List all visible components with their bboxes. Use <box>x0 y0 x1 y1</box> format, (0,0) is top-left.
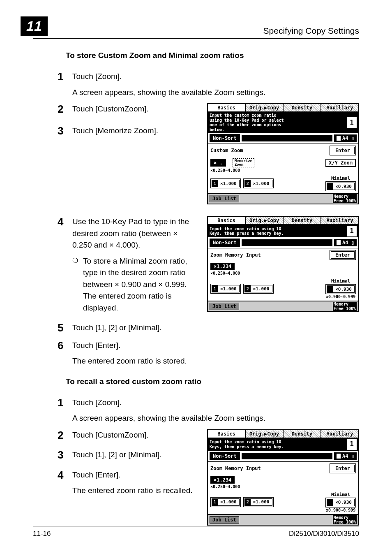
model-label: Di2510/Di3010/Di3510 <box>289 530 359 538</box>
tab-auxiliary[interactable]: Auxiliary <box>321 430 358 438</box>
tab-density[interactable]: Density <box>284 217 321 224</box>
page-header: 11 Specifying Copy Settings <box>33 16 359 39</box>
zoom-display: ×1.234 <box>210 476 235 484</box>
zoom-range-text: ×0.250∼4.000 <box>210 271 356 276</box>
non-sort-button[interactable]: Non-Sort <box>210 134 240 142</box>
paper-label: A4 ▯ <box>342 135 354 141</box>
copy-count: 1 <box>347 226 357 236</box>
minimal-label: Minimal <box>325 492 356 497</box>
zoom-memory-input-label: Zoom Memory Input <box>210 252 261 258</box>
tab-orig-copy[interactable]: Orig.▶Copy <box>246 430 284 438</box>
paper-indicator: A4 ▯ <box>334 452 357 460</box>
step-number: 3 <box>58 125 72 137</box>
non-sort-button[interactable]: Non-Sort <box>210 239 240 247</box>
section-b-heading: To recall a stored custom zoom ratio <box>66 377 359 386</box>
substep-text: To store a Minimal zoom ratio, type in t… <box>83 255 199 314</box>
message-text: Input the zoom ratio using 10 Keys, then… <box>210 227 345 236</box>
memory-1-button[interactable]: 1×1.000 <box>210 497 241 507</box>
screenshot-zoom-memory-recall: Basics Orig.▶Copy Density Auxiliary Inpu… <box>207 429 359 526</box>
step-number: 3 <box>58 449 72 461</box>
zoom-range-text: ×0.250∼4.000 <box>210 168 356 173</box>
paper-label: A4 ▯ <box>342 240 354 246</box>
tab-orig-copy[interactable]: Orig.▶Copy <box>246 217 284 224</box>
memory-free-indicator: Memory Free 100% <box>333 194 357 203</box>
enter-button[interactable]: Enter <box>330 146 356 155</box>
tab-density[interactable]: Density <box>284 430 321 438</box>
screenshot-zoom-memory-input: Basics Orig.▶Copy Density Auxiliary Inpu… <box>207 216 359 312</box>
strip-bar <box>242 135 332 141</box>
paper-label: A4 ▯ <box>342 453 354 459</box>
section-a-heading: To store Custom Zoom and Minimal zoom ra… <box>66 51 359 60</box>
step-desc: A screen appears, showing the available … <box>72 87 359 99</box>
step-desc: The entered zoom ratio is recalled. <box>72 485 199 497</box>
step-number: 4 <box>58 469 72 497</box>
step-text: Touch [1], [2] or [Minimal]. <box>72 449 199 461</box>
minimal-range-text: x0.900∼0.999 <box>325 294 356 299</box>
step-number: 2 <box>58 103 72 115</box>
minimal-range-text: x0.900∼0.999 <box>325 508 356 512</box>
minimal-button[interactable]: ×0.930 <box>325 498 356 507</box>
strip-bar <box>242 239 332 246</box>
zoom-display: ×1.234 <box>210 263 235 270</box>
step-desc: A screen appears, showing the available … <box>72 412 359 424</box>
paper-indicator: A4 ▯ <box>334 239 357 246</box>
step-number: 2 <box>58 429 72 441</box>
job-list-button[interactable]: Job List <box>210 516 239 524</box>
tab-basics[interactable]: Basics <box>208 430 246 438</box>
step-text: Touch [Enter]. <box>72 340 359 352</box>
minimal-button[interactable]: ×0.930 <box>325 181 356 191</box>
copy-count: 1 <box>347 117 357 128</box>
bullet-icon: ❍ <box>72 255 83 314</box>
page-footer: 11-16 Di2510/Di3010/Di3510 <box>33 526 359 538</box>
xy-zoom-button[interactable]: X/Y Zoom <box>325 159 356 167</box>
memory-1-button[interactable]: 1×1.000 <box>210 178 241 188</box>
tab-orig-copy[interactable]: Orig.▶Copy <box>246 104 284 111</box>
minimal-label: Minimal <box>325 176 356 181</box>
zoom-memory-input-label: Zoom Memory Input <box>210 466 261 471</box>
tab-basics[interactable]: Basics <box>208 217 246 224</box>
tab-auxiliary[interactable]: Auxiliary <box>321 217 358 224</box>
step-desc: The entered zoom ratio is stored. <box>72 355 359 367</box>
step-number: 4 <box>58 216 72 314</box>
screenshot-custom-zoom: Basics Orig.▶Copy Density Auxiliary Inpu… <box>207 103 359 204</box>
paper-icon <box>337 136 341 141</box>
minimal-button[interactable]: ×0.930 <box>325 284 356 294</box>
zoom-display: × . <box>210 159 226 167</box>
tab-density[interactable]: Density <box>284 104 321 111</box>
step-text: Touch [Zoom]. <box>72 71 359 83</box>
memory-free-indicator: Memory Free 100% <box>333 302 357 311</box>
header-title: Specifying Copy Settings <box>263 26 359 36</box>
enter-button[interactable]: Enter <box>330 250 356 260</box>
job-list-button[interactable]: Job List <box>210 303 239 310</box>
non-sort-button[interactable]: Non-Sort <box>210 452 240 460</box>
step-text: Touch [1], [2] or [Minimal]. <box>72 322 359 334</box>
step-text: Touch [Zoom]. <box>72 397 359 409</box>
step-number: 1 <box>58 71 72 98</box>
step-text: Use the 10-Key Pad to type in the desire… <box>72 216 199 251</box>
custom-zoom-label: Custom Zoom <box>210 148 243 153</box>
message-text: Input the zoom ratio using 10 Keys, then… <box>210 440 345 449</box>
step-text: Touch [Memorize Zoom]. <box>72 125 199 137</box>
strip-bar <box>242 453 332 459</box>
page-number: 11-16 <box>33 530 51 538</box>
memorize-zoom-button[interactable]: Memorize Zoom <box>233 158 254 167</box>
tab-basics[interactable]: Basics <box>208 104 246 111</box>
memory-2-button[interactable]: 2×1.000 <box>243 178 274 188</box>
paper-icon <box>337 240 341 245</box>
minimal-label: Minimal <box>325 278 356 284</box>
step-text: Touch [CustomZoom]. <box>72 429 199 441</box>
memory-2-button[interactable]: 2×1.000 <box>243 284 274 294</box>
paper-icon <box>337 454 341 459</box>
step-number: 1 <box>58 397 72 424</box>
memory-1-button[interactable]: 1×1.000 <box>210 284 241 294</box>
enter-button[interactable]: Enter <box>330 463 356 473</box>
memory-free-indicator: Memory Free 100% <box>333 515 357 524</box>
paper-indicator: A4 ▯ <box>334 134 357 142</box>
tab-auxiliary[interactable]: Auxiliary <box>321 104 358 111</box>
step-number: 5 <box>58 322 72 334</box>
memory-2-button[interactable]: 2×1.000 <box>243 497 274 507</box>
job-list-button[interactable]: Job List <box>210 195 239 202</box>
step-number: 6 <box>58 340 72 367</box>
message-text: Input the custom zoom ratio using the 10… <box>210 113 345 132</box>
zoom-range-text: ×0.250∼4.000 <box>210 484 356 489</box>
